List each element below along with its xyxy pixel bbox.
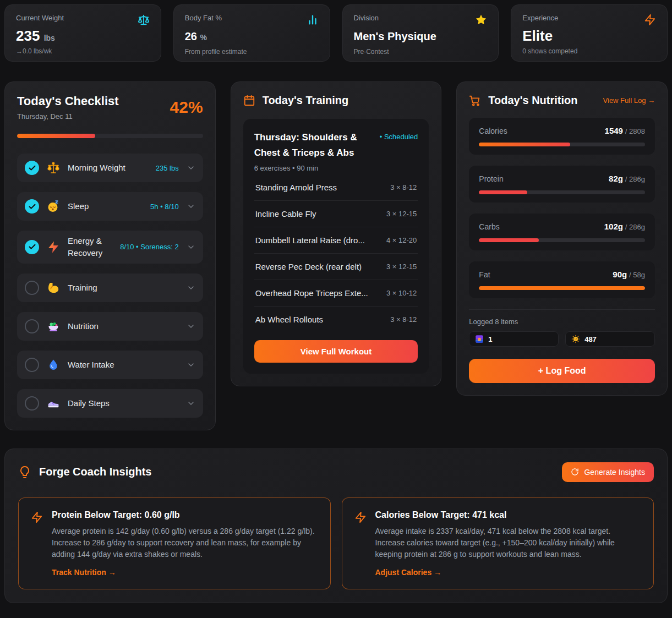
exercise-row: Ab Wheel Rollouts 3 × 8-12 — [254, 307, 418, 332]
macro-value: 90g — [613, 270, 627, 279]
exercise-sets: 3 × 12-15 — [386, 262, 417, 271]
stat-subtext: From profile estimate — [185, 48, 319, 56]
checklist-item[interactable]: Morning Weight 235 lbs — [17, 154, 203, 182]
macro-target: / 2808 — [625, 127, 645, 135]
checklist-item[interactable]: Nutrition — [17, 312, 203, 341]
checkbox[interactable] — [25, 281, 39, 295]
chevron-down-icon[interactable] — [187, 283, 195, 292]
stat-subtext: Pre-Contest — [354, 48, 488, 56]
macro-list: Calories 1549 / 2808 Protein 82g / 286g — [469, 118, 655, 298]
stat-value: 26 % — [185, 30, 319, 43]
exercise-sets: 4 × 12-20 — [386, 236, 417, 244]
checklist-item-label: Nutrition — [68, 320, 171, 332]
checklist-item[interactable]: Daily Steps — [17, 389, 203, 418]
stat-card: Body Fat % 26 % From profile estimate — [173, 4, 330, 62]
checklist-item[interactable]: Training — [17, 274, 203, 302]
sun-emoji — [571, 335, 580, 343]
view-full-workout-button[interactable]: View Full Workout — [254, 340, 418, 363]
exercise-name: Ab Wheel Rollouts — [255, 315, 323, 324]
exercise-sets: 3 × 10-12 — [386, 289, 417, 297]
exercise-list: Standing Arnold Press 3 × 8-12 Incline C… — [254, 174, 418, 332]
checklist-item-label: Training — [68, 282, 171, 294]
checklist-item[interactable]: Energy & Recovery 8/10 • Soreness: 2 — [17, 231, 203, 264]
checklist-item[interactable]: Water Intake — [17, 351, 203, 379]
chevron-down-icon[interactable] — [187, 322, 195, 331]
stat-label: Experience — [522, 14, 558, 22]
insight-action-link[interactable]: Track Nutrition → — [52, 568, 318, 577]
workout-status-badge: • Scheduled — [380, 133, 418, 161]
training-panel: Today's Training Thursday: Shoulders & C… — [231, 81, 442, 386]
exercise-row: Standing Arnold Press 3 × 8-12 — [254, 174, 418, 201]
nutrition-title: Today's Nutrition — [488, 94, 595, 107]
macro-target: / 286g — [625, 175, 645, 183]
training-title: Today's Training — [263, 94, 349, 107]
insights-panel: Forge Coach Insights Generate Insights P… — [4, 449, 668, 603]
macro-bar-track — [479, 286, 645, 290]
insight-card: Calories Below Target: 471 kcal Average … — [342, 497, 654, 589]
checkbox[interactable] — [25, 240, 39, 254]
insight-title: Protein Below Target: 0.60 g/lb — [52, 510, 318, 520]
cart-icon — [469, 95, 481, 107]
chevron-down-icon[interactable] — [187, 202, 195, 211]
scale-emoji — [47, 161, 60, 174]
checklist-item-label: Daily Steps — [68, 397, 171, 409]
main-row: Today's Checklist Thursday, Dec 11 42% M… — [4, 81, 668, 430]
stat-unit: % — [200, 33, 207, 42]
checkbox[interactable] — [25, 358, 39, 372]
macro-label: Fat — [479, 270, 490, 279]
divider — [469, 309, 655, 310]
macro-target: / 58g — [629, 271, 645, 279]
nutrition-panel: Today's Nutrition View Full Log → Calori… — [456, 81, 668, 396]
workout-name: Thursday: Shoulders & Chest & Triceps & … — [254, 130, 362, 161]
exercise-row: Reverse Pec Deck (rear delt) 3 × 12-15 — [254, 254, 418, 280]
workout-card[interactable]: Thursday: Shoulders & Chest & Triceps & … — [243, 119, 429, 374]
checklist-items: Morning Weight 235 lbs Sleep 5h • 8/10 — [17, 154, 203, 418]
check-icon — [28, 164, 36, 172]
macro-label: Calories — [479, 127, 507, 135]
checkbox[interactable] — [25, 199, 39, 214]
insight-cards: Protein Below Target: 0.60 g/lb Average … — [18, 497, 654, 589]
workout-meta: 6 exercises • 90 min — [254, 164, 418, 172]
insight-action-link[interactable]: Adjust Calories → — [375, 568, 642, 577]
sunrise-emoji — [475, 335, 484, 343]
insights-title: Forge Coach Insights — [39, 466, 554, 478]
exercise-name: Standing Arnold Press — [255, 183, 337, 192]
exercise-row: Incline Cable Fly 3 × 12-15 — [254, 201, 418, 227]
checklist-item-label: Energy & Recovery — [68, 235, 112, 259]
chevron-down-icon[interactable] — [187, 163, 195, 172]
zap-icon — [354, 511, 367, 523]
dashboard: Current Weight 235 lbs →0.0 lbs/wk Body … — [0, 0, 672, 608]
checkbox[interactable] — [25, 161, 39, 175]
macro-value: 1549 — [605, 126, 623, 135]
macro-label: Carbs — [479, 222, 499, 231]
checklist-item[interactable]: Sleep 5h • 8/10 — [17, 192, 203, 221]
view-full-log-link[interactable]: View Full Log → — [603, 96, 655, 105]
insight-card: Protein Below Target: 0.60 g/lb Average … — [18, 497, 331, 589]
zap-emoji — [47, 240, 60, 254]
chevron-down-icon[interactable] — [187, 243, 195, 251]
stat-label: Current Weight — [16, 14, 64, 22]
scale-icon — [138, 14, 150, 26]
checklist-item-label: Morning Weight — [68, 162, 148, 174]
logged-items-count: Logged 8 items — [469, 318, 655, 326]
macro-label: Protein — [479, 174, 503, 183]
meal-badges: 1 487 — [469, 331, 655, 347]
checkbox[interactable] — [25, 396, 39, 411]
meal-badge: 1 — [469, 331, 559, 347]
stat-value: Elite — [522, 28, 656, 45]
stat-label: Division — [354, 14, 379, 22]
stat-label: Body Fat % — [185, 14, 222, 22]
generate-insights-button[interactable]: Generate Insights — [562, 462, 654, 482]
refresh-icon — [571, 468, 579, 476]
insight-title: Calories Below Target: 471 kcal — [375, 510, 642, 520]
log-food-button[interactable]: + Log Food — [469, 359, 655, 383]
lightbulb-icon — [18, 466, 31, 479]
macro-bar-fill — [479, 286, 645, 290]
stat-value: 235 lbs — [16, 28, 150, 45]
macro-card: Calories 1549 / 2808 — [469, 118, 655, 155]
chevron-down-icon[interactable] — [187, 360, 195, 369]
checkbox[interactable] — [25, 319, 39, 333]
macro-card: Carbs 102g / 286g — [469, 214, 655, 250]
chevron-down-icon[interactable] — [187, 399, 195, 408]
meal-badge-value: 1 — [488, 335, 492, 343]
